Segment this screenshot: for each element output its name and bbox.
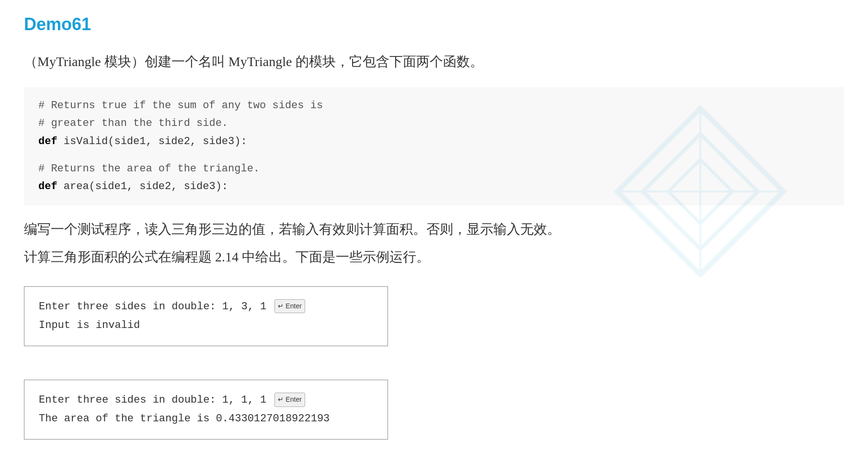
- terminal-box-1: Enter three sides in double: 1, 3, 1 ↵ E…: [24, 286, 844, 363]
- code-func1: def isValid(side1, side2, side3):: [38, 133, 830, 150]
- code-comment2: # greater than the third side.: [38, 114, 830, 132]
- code-comment3: # Returns the area of the triangle.: [38, 160, 830, 178]
- description: （MyTriangle 模块）创建一个名叫 MyTriangle 的模块，它包含…: [24, 51, 844, 73]
- terminal2-line2: The area of the triangle is 0.4330127018…: [39, 409, 373, 429]
- code-func2: def area(side1, side2, side3):: [38, 178, 830, 195]
- page-title: Demo61: [24, 14, 844, 34]
- body-line1: 编写一个测试程序，读入三角形三边的值，若输入有效则计算面积。否则，显示输入无效。: [24, 217, 844, 241]
- body-line2: 计算三角形面积的公式在编程题 2.14 中给出。下面是一些示例运行。: [24, 245, 844, 269]
- terminal1-line2: Input is invalid: [39, 316, 373, 335]
- terminal2-line1: Enter three sides in double: 1, 1, 1 ↵ E…: [39, 391, 373, 410]
- terminal1-line1: Enter three sides in double: 1, 3, 1 ↵ E…: [39, 297, 373, 316]
- code-block: # Returns true if the sum of any two sid…: [24, 87, 844, 205]
- enter-badge-1: ↵ Enter: [274, 299, 305, 313]
- code-comment1: # Returns true if the sum of any two sid…: [38, 97, 830, 114]
- enter-badge-2: ↵ Enter: [274, 393, 305, 406]
- body-text: 编写一个测试程序，读入三角形三边的值，若输入有效则计算面积。否则，显示输入无效。…: [24, 217, 844, 270]
- terminal-box-2: Enter three sides in double: 1, 1, 1 ↵ E…: [24, 380, 844, 456]
